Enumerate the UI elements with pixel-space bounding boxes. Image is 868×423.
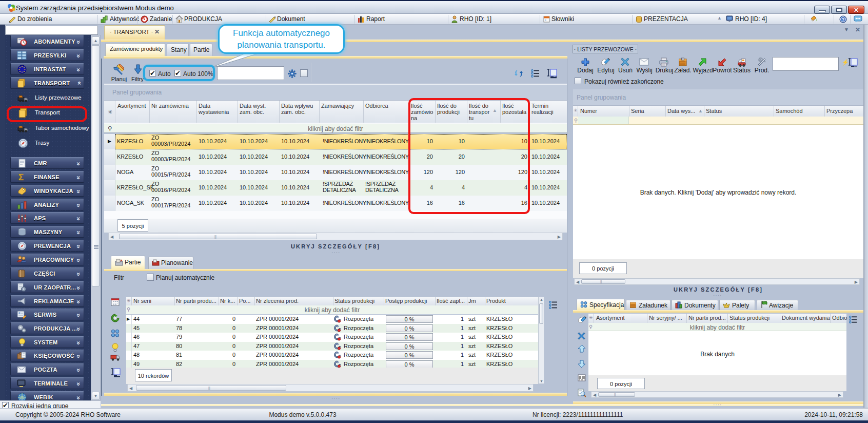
svg-text:Σ: Σ bbox=[18, 172, 24, 182]
svg-text:?: ? bbox=[842, 17, 845, 22]
